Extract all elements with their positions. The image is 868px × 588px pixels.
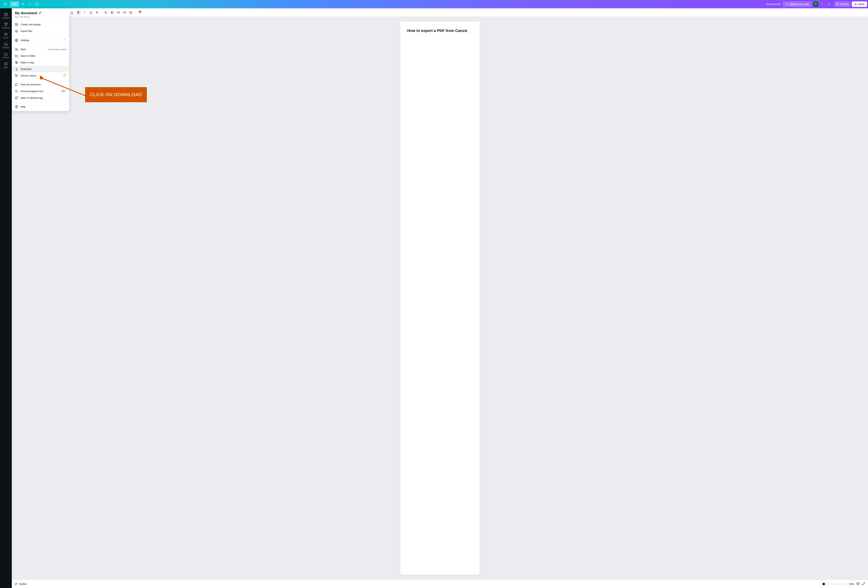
- align-button[interactable]: [103, 10, 109, 15]
- menu-download[interactable]: Download: [12, 66, 69, 72]
- menu-label: Open in desktop app: [21, 96, 66, 99]
- svg-point-54: [15, 90, 17, 92]
- toolbar-divider: [135, 10, 136, 15]
- toolbar-divider: [101, 10, 102, 15]
- menu-find-and-replace[interactable]: Find and replace text ⌘F: [12, 88, 69, 94]
- save-icon: [15, 48, 18, 51]
- svg-point-11: [4, 23, 6, 24]
- menu-label: Help: [21, 105, 66, 108]
- svg-rect-7: [837, 4, 838, 5]
- menu-import-files[interactable]: Import files: [12, 28, 69, 34]
- templates-icon: [4, 12, 8, 16]
- rail-brand[interactable]: Brand: [0, 31, 12, 40]
- rail-label: Templates: [2, 17, 10, 19]
- uploads-icon: [4, 42, 8, 46]
- svg-rect-42: [140, 11, 140, 11]
- document-viewport[interactable]: How to export a PDF from Canva: [12, 17, 868, 580]
- bullet-list-button[interactable]: [109, 10, 115, 15]
- convert-icon: [836, 3, 839, 6]
- document-heading[interactable]: How to export a PDF from Canva: [407, 28, 472, 33]
- menu-version-history[interactable]: Version history: [12, 72, 69, 79]
- menu-label: Save to folder: [21, 55, 66, 57]
- zoom-slider[interactable]: [821, 584, 847, 584]
- edit-title-icon[interactable]: [39, 12, 41, 15]
- underline-button[interactable]: U: [88, 10, 94, 15]
- rail-projects[interactable]: Projects: [0, 50, 12, 60]
- document-name[interactable]: My document: [766, 3, 781, 6]
- zoom-controls: 50%: [821, 582, 865, 586]
- format-painter-button[interactable]: [137, 10, 143, 15]
- menu-label: View all comments: [21, 83, 66, 86]
- file-button[interactable]: File: [10, 1, 19, 7]
- file-menu-header: My document Doc • By Tessat: [12, 8, 69, 20]
- menu-label: Make a copy: [21, 61, 66, 64]
- history-icon: [15, 74, 18, 77]
- brand-icon: [4, 32, 8, 36]
- redo-button[interactable]: [27, 1, 34, 7]
- top-bar: File My document Upgrade your plan T + C…: [0, 0, 868, 8]
- italic-button[interactable]: I: [81, 10, 87, 15]
- rail-uploads[interactable]: Uploads: [0, 40, 12, 50]
- menu-save-to-folder[interactable]: Save to folder: [12, 53, 69, 59]
- outdent-button[interactable]: [115, 10, 121, 15]
- upgrade-button[interactable]: Upgrade your plan: [783, 1, 811, 7]
- undo-button[interactable]: [20, 1, 27, 7]
- menu-label: Settings: [21, 39, 61, 42]
- share-button[interactable]: Share: [852, 1, 867, 7]
- svg-line-55: [17, 92, 18, 92]
- menu-create-new-design[interactable]: Create new design: [12, 21, 69, 28]
- expand-button[interactable]: [862, 582, 865, 586]
- svg-rect-12: [6, 23, 7, 24]
- menu-label: Import files: [21, 29, 66, 32]
- rail-label: Projects: [3, 57, 9, 59]
- spacing-button[interactable]: [128, 10, 134, 15]
- svg-point-29: [111, 13, 111, 13]
- import-icon: [15, 29, 18, 32]
- search-icon: [15, 90, 18, 93]
- outline-label: Outline: [19, 583, 27, 585]
- comment-icon: [15, 83, 18, 86]
- add-member-button[interactable]: +: [820, 2, 825, 7]
- main-area: Templates Elements Brand Uploads Project…: [0, 8, 868, 588]
- premium-badge-icon: [63, 74, 66, 77]
- menu-save[interactable]: Save All changes saved: [12, 46, 69, 53]
- svg-rect-20: [7, 63, 7, 64]
- save-hint: All changes saved: [47, 48, 66, 51]
- cloud-sync-icon[interactable]: [34, 1, 40, 7]
- outline-icon: [15, 582, 18, 585]
- menu-make-a-copy[interactable]: Make a copy: [12, 59, 69, 66]
- check-status-icon[interactable]: [856, 582, 860, 586]
- document-page[interactable]: How to export a PDF from Canva: [400, 22, 480, 575]
- menu-view-all-comments[interactable]: View all comments: [12, 81, 69, 88]
- svg-rect-19: [6, 63, 6, 64]
- font-color-button[interactable]: A: [69, 10, 75, 15]
- left-rail: Templates Elements Brand Uploads Project…: [0, 8, 12, 588]
- download-icon: [15, 68, 18, 71]
- settings-icon: [15, 39, 18, 42]
- indent-button[interactable]: [122, 10, 128, 15]
- bold-button[interactable]: B: [75, 10, 81, 15]
- menu-label: Save: [21, 48, 45, 51]
- svg-point-14: [5, 34, 6, 35]
- chevron-right-icon: [63, 38, 66, 42]
- projects-icon: [4, 52, 8, 56]
- convert-button[interactable]: Convert: [834, 1, 850, 7]
- rail-elements[interactable]: Elements: [0, 21, 12, 31]
- main-menu-button[interactable]: [1, 1, 9, 7]
- svg-rect-22: [6, 65, 6, 65]
- menu-open-in-desktop-app[interactable]: Open in desktop app: [12, 94, 69, 101]
- outline-button[interactable]: Outline: [15, 582, 27, 585]
- elements-icon: [4, 22, 8, 26]
- avatar[interactable]: T: [813, 1, 819, 7]
- svg-rect-15: [4, 62, 5, 63]
- zoom-value[interactable]: 50%: [849, 583, 854, 585]
- menu-help[interactable]: Help: [12, 103, 69, 110]
- svg-rect-18: [4, 63, 5, 64]
- strikethrough-button[interactable]: S: [94, 10, 100, 15]
- rail-apps[interactable]: Apps: [0, 60, 12, 70]
- rail-templates[interactable]: Templates: [0, 11, 12, 21]
- crown-icon: [785, 3, 788, 6]
- menu-settings[interactable]: Settings: [12, 37, 69, 44]
- svg-rect-17: [7, 62, 7, 63]
- insights-button[interactable]: [826, 1, 833, 7]
